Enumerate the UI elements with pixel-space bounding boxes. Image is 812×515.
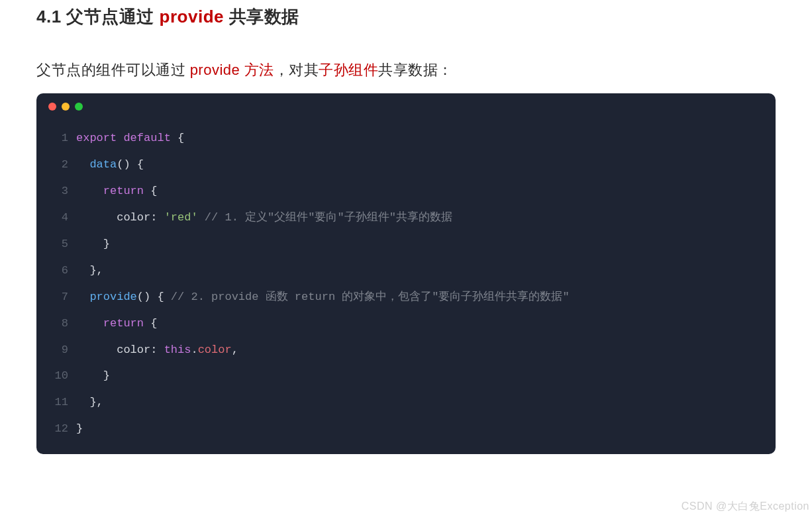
keyword: default bbox=[123, 125, 170, 152]
function-name: provide bbox=[89, 284, 136, 310]
line-number: 12 bbox=[50, 416, 68, 442]
comment: // 2. provide 函数 return 的对象中，包含了"要向子孙组件共… bbox=[171, 284, 570, 310]
code-body: 1export default { 2 data() { 3 return { … bbox=[36, 116, 776, 442]
window-dot-minimize-icon bbox=[62, 103, 70, 111]
property: color bbox=[117, 205, 150, 231]
paragraph-text: 共享数据： bbox=[378, 62, 453, 78]
heading-prefix: 4.1 父节点通过 bbox=[36, 7, 160, 26]
paragraph-highlight-descendant: 子孙组件 bbox=[319, 62, 378, 78]
line-number: 7 bbox=[50, 284, 68, 310]
line-number: 5 bbox=[50, 231, 68, 258]
code-line: 5 } bbox=[50, 231, 762, 258]
keyword: export bbox=[76, 125, 117, 152]
code-line: 7 provide() { // 2. provide 函数 return 的对… bbox=[50, 284, 762, 310]
string: 'red' bbox=[164, 205, 198, 231]
comment: // 1. 定义"父组件"要向"子孙组件"共享的数据 bbox=[205, 205, 452, 231]
code-line: 12} bbox=[50, 416, 762, 442]
code-titlebar bbox=[36, 93, 776, 116]
line-number: 2 bbox=[50, 152, 68, 178]
window-dot-close-icon bbox=[48, 103, 56, 111]
code-line: 10 } bbox=[50, 363, 762, 389]
keyword: return bbox=[103, 310, 144, 337]
paragraph-text: ，对其 bbox=[274, 62, 319, 78]
code-line: 8 return { bbox=[50, 310, 762, 337]
code-line: 4 color: 'red' // 1. 定义"父组件"要向"子孙组件"共享的数… bbox=[50, 205, 762, 231]
code-line: 6 }, bbox=[50, 258, 762, 284]
line-number: 4 bbox=[50, 205, 68, 231]
heading-suffix: 共享数据 bbox=[224, 7, 299, 26]
keyword: return bbox=[103, 178, 144, 205]
keyword: this bbox=[164, 337, 191, 363]
paragraph-highlight-provide: provide 方法 bbox=[190, 62, 274, 78]
heading-highlight: provide bbox=[160, 7, 224, 26]
code-line: 2 data() { bbox=[50, 152, 762, 178]
section-heading: 4.1 父节点通过 provide 共享数据 bbox=[36, 5, 776, 28]
line-number: 6 bbox=[50, 258, 68, 284]
code-line: 9 color: this.color, bbox=[50, 337, 762, 363]
property: color bbox=[198, 337, 232, 363]
code-line: 3 return { bbox=[50, 178, 762, 205]
line-number: 8 bbox=[50, 310, 68, 337]
line-number: 11 bbox=[50, 389, 68, 416]
code-line: 11 }, bbox=[50, 389, 762, 416]
function-name: data bbox=[89, 152, 117, 178]
line-number: 10 bbox=[50, 363, 68, 389]
paragraph-text: 父节点的组件可以通过 bbox=[36, 62, 190, 78]
property: color bbox=[117, 337, 150, 363]
intro-paragraph: 父节点的组件可以通过 provide 方法，对其子孙组件共享数据： bbox=[36, 60, 776, 80]
line-number: 1 bbox=[50, 125, 68, 152]
code-block: 1export default { 2 data() { 3 return { … bbox=[36, 93, 776, 454]
window-dot-zoom-icon bbox=[75, 103, 83, 111]
line-number: 9 bbox=[50, 337, 68, 363]
code-line: 1export default { bbox=[50, 125, 762, 152]
line-number: 3 bbox=[50, 178, 68, 205]
